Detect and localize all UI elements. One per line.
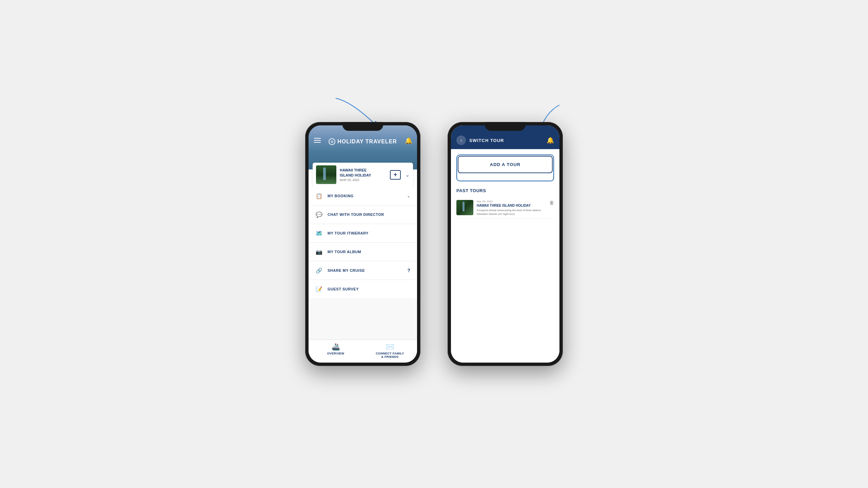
menu-item-share-cruise[interactable]: 🔗 SHARE MY CRUISE ? [309, 261, 417, 280]
phone-2: ‹ SWITCH TOUR 🔔 ADD A TOUR PAST TOURS Ma… [448, 122, 563, 366]
top-bar: ◎ HOLIDAY TRAVELER 🔔 [314, 136, 412, 145]
add-tour-button[interactable]: + [390, 170, 401, 180]
add-tour-highlight-box: ADD A TOUR [456, 155, 554, 181]
nav-overview[interactable]: 🚢 OVERVIEW [309, 343, 363, 359]
add-tour-button[interactable]: ADD A TOUR [458, 156, 553, 173]
menu-item-album[interactable]: 📷 MY TOUR ALBUM [309, 243, 417, 261]
switch-tour-content: ADD A TOUR PAST TOURS Mar 25, 2022 HAWAI… [451, 149, 559, 363]
notch-2 [485, 122, 526, 131]
past-tour-name: HAWAII THREE ISLAND HOLIDAY [477, 204, 546, 207]
app-title: ◎ HOLIDAY TRAVELER [329, 138, 397, 145]
menu-item-survey[interactable]: 📝 GUEST SURVEY [309, 280, 417, 298]
tour-date: MAR 25, 2022 [340, 178, 387, 182]
phone-screen-1: ◎ HOLIDAY TRAVELER 🔔 HAWAII THREE ISLAND… [309, 125, 417, 363]
booking-label: MY BOOKING [328, 194, 402, 198]
notification-bell-icon[interactable]: 🔔 [547, 137, 554, 144]
booking-chevron-icon: ⌄ [407, 194, 410, 198]
nav-connect[interactable]: ✉️ CONNECT FAMILY& FRIENDS [363, 343, 417, 359]
survey-label: GUEST SURVEY [328, 287, 410, 291]
share-icon: 🔗 [315, 267, 323, 274]
album-label: MY TOUR ALBUM [328, 250, 410, 254]
tour-thumbnail [316, 165, 336, 184]
overview-icon: 🚢 [332, 343, 340, 351]
menu-item-my-booking[interactable]: 📋 MY BOOKING ⌄ [309, 187, 417, 205]
past-tours-title: PAST TOURS [456, 188, 554, 193]
hamburger-menu[interactable] [314, 138, 321, 143]
compass-icon: ◎ [329, 138, 335, 145]
chat-label: CHAT WITH TOUR DIRECTOR [328, 212, 410, 217]
bottom-navigation: 🚢 OVERVIEW ✉️ CONNECT FAMILY& FRIENDS [309, 340, 417, 363]
tour-name: HAWAII THREE ISLAND HOLIDAY [340, 168, 387, 178]
phone-screen-2: ‹ SWITCH TOUR 🔔 ADD A TOUR PAST TOURS Ma… [451, 125, 559, 363]
switch-tour-title: SWITCH TOUR [469, 138, 543, 143]
share-label: SHARE MY CRUISE [328, 268, 402, 272]
delete-tour-icon[interactable]: 🗑 [549, 200, 554, 205]
itinerary-label: MY TOUR ITINERARY [328, 231, 410, 235]
past-tour-thumbnail [456, 200, 473, 215]
past-tour-item: Mar 25, 2022 HAWAII THREE ISLAND HOLIDAY… [456, 197, 554, 219]
back-button[interactable]: ‹ [456, 136, 466, 145]
album-icon: 📷 [315, 248, 323, 256]
notch-1 [342, 122, 383, 131]
phone-shell-2: ‹ SWITCH TOUR 🔔 ADD A TOUR PAST TOURS Ma… [448, 122, 563, 366]
menu-item-itinerary[interactable]: 🗺️ MY TOUR ITINERARY [309, 224, 417, 243]
tour-card: HAWAII THREE ISLAND HOLIDAY MAR 25, 2022… [313, 163, 413, 187]
past-tour-date: Mar 25, 2022 [477, 200, 546, 203]
itinerary-icon: 🗺️ [315, 229, 323, 237]
booking-icon: 📋 [315, 192, 323, 200]
connect-label: CONNECT FAMILY& FRIENDS [376, 352, 404, 359]
past-tour-info: Mar 25, 2022 HAWAII THREE ISLAND HOLIDAY… [477, 200, 546, 216]
overview-label: OVERVIEW [327, 352, 344, 355]
tour-chevron-icon[interactable]: ⌄ [406, 172, 410, 178]
tour-info: HAWAII THREE ISLAND HOLIDAY MAR 25, 2022 [340, 168, 387, 182]
phone-1: ◎ HOLIDAY TRAVELER 🔔 HAWAII THREE ISLAND… [305, 122, 420, 366]
menu-list: 📋 MY BOOKING ⌄ 💬 CHAT WITH TOUR DIRECTOR… [309, 187, 417, 340]
survey-icon: 📝 [315, 285, 323, 293]
menu-item-chat-director[interactable]: 💬 CHAT WITH TOUR DIRECTOR [309, 205, 417, 224]
connect-icon: ✉️ [386, 343, 394, 351]
question-icon: ? [407, 268, 410, 273]
phone-shell-1: ◎ HOLIDAY TRAVELER 🔔 HAWAII THREE ISLAND… [305, 122, 420, 366]
bell-icon[interactable]: 🔔 [405, 137, 412, 144]
past-tour-description: A tropical retreat showcasing the best o… [477, 208, 546, 216]
chat-icon: 💬 [315, 211, 323, 218]
